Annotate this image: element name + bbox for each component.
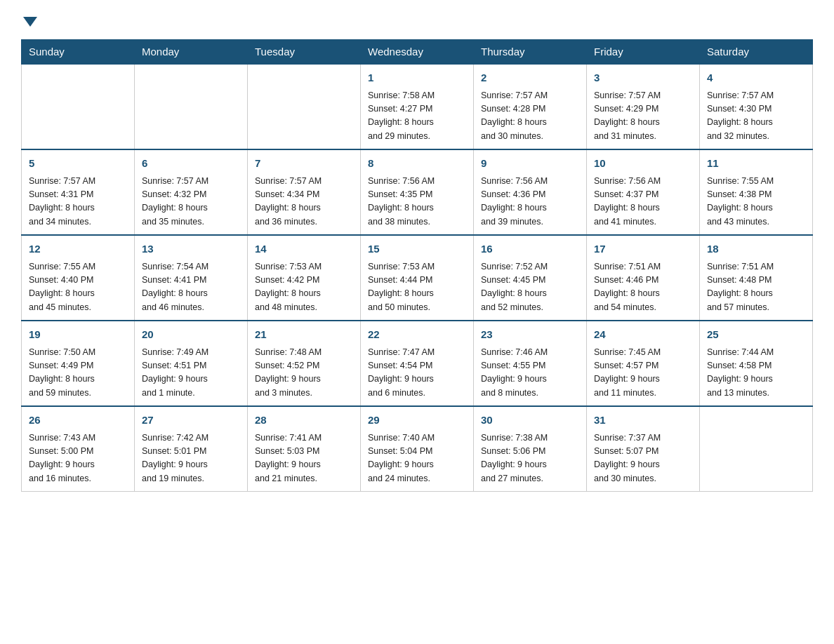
calendar-cell: 10Sunrise: 7:56 AM Sunset: 4:37 PM Dayli… xyxy=(587,149,700,235)
calendar-cell: 20Sunrise: 7:49 AM Sunset: 4:51 PM Dayli… xyxy=(135,321,248,406)
day-info: Sunrise: 7:55 AM Sunset: 4:40 PM Dayligh… xyxy=(29,260,127,315)
calendar-header-saturday: Saturday xyxy=(700,40,813,65)
calendar-header-tuesday: Tuesday xyxy=(248,40,361,65)
day-info: Sunrise: 7:53 AM Sunset: 4:44 PM Dayligh… xyxy=(368,260,466,315)
day-number: 28 xyxy=(255,412,353,429)
day-info: Sunrise: 7:45 AM Sunset: 4:57 PM Dayligh… xyxy=(594,346,692,401)
calendar-cell: 14Sunrise: 7:53 AM Sunset: 4:42 PM Dayli… xyxy=(248,235,361,321)
day-info: Sunrise: 7:57 AM Sunset: 4:32 PM Dayligh… xyxy=(142,175,240,229)
day-info: Sunrise: 7:47 AM Sunset: 4:54 PM Dayligh… xyxy=(368,346,466,401)
calendar-cell: 16Sunrise: 7:52 AM Sunset: 4:45 PM Dayli… xyxy=(474,235,587,321)
day-number: 23 xyxy=(481,327,579,343)
day-info: Sunrise: 7:50 AM Sunset: 4:49 PM Dayligh… xyxy=(29,346,127,401)
day-number: 15 xyxy=(368,241,466,257)
calendar-header-wednesday: Wednesday xyxy=(361,40,474,65)
day-number: 18 xyxy=(707,241,805,257)
day-number: 5 xyxy=(29,156,127,172)
calendar-cell: 12Sunrise: 7:55 AM Sunset: 4:40 PM Dayli… xyxy=(22,235,135,321)
day-number: 30 xyxy=(481,412,579,429)
day-info: Sunrise: 7:57 AM Sunset: 4:31 PM Dayligh… xyxy=(29,175,127,229)
calendar-cell: 24Sunrise: 7:45 AM Sunset: 4:57 PM Dayli… xyxy=(587,321,700,406)
day-number: 4 xyxy=(707,70,805,86)
calendar-header-row: SundayMondayTuesdayWednesdayThursdayFrid… xyxy=(22,40,813,65)
day-info: Sunrise: 7:38 AM Sunset: 5:06 PM Dayligh… xyxy=(481,431,579,486)
day-info: Sunrise: 7:51 AM Sunset: 4:48 PM Dayligh… xyxy=(707,260,805,315)
day-info: Sunrise: 7:40 AM Sunset: 5:04 PM Dayligh… xyxy=(368,431,466,486)
day-number: 27 xyxy=(142,412,240,429)
day-number: 9 xyxy=(481,156,579,172)
day-info: Sunrise: 7:37 AM Sunset: 5:07 PM Dayligh… xyxy=(594,431,692,486)
calendar-cell: 15Sunrise: 7:53 AM Sunset: 4:44 PM Dayli… xyxy=(361,235,474,321)
day-number: 1 xyxy=(368,70,466,86)
day-info: Sunrise: 7:52 AM Sunset: 4:45 PM Dayligh… xyxy=(481,260,579,315)
calendar-header-thursday: Thursday xyxy=(474,40,587,65)
day-info: Sunrise: 7:49 AM Sunset: 4:51 PM Dayligh… xyxy=(142,346,240,401)
calendar-cell: 6Sunrise: 7:57 AM Sunset: 4:32 PM Daylig… xyxy=(135,149,248,235)
day-info: Sunrise: 7:57 AM Sunset: 4:34 PM Dayligh… xyxy=(255,175,353,229)
calendar-table: SundayMondayTuesdayWednesdayThursdayFrid… xyxy=(21,39,813,492)
calendar-header-monday: Monday xyxy=(135,40,248,65)
calendar-week-row: 5Sunrise: 7:57 AM Sunset: 4:31 PM Daylig… xyxy=(22,149,813,235)
day-number: 10 xyxy=(594,156,692,172)
day-info: Sunrise: 7:55 AM Sunset: 4:38 PM Dayligh… xyxy=(707,175,805,229)
day-info: Sunrise: 7:56 AM Sunset: 4:36 PM Dayligh… xyxy=(481,175,579,229)
day-info: Sunrise: 7:42 AM Sunset: 5:01 PM Dayligh… xyxy=(142,431,240,486)
header xyxy=(21,14,813,27)
day-number: 29 xyxy=(368,412,466,429)
calendar-cell xyxy=(22,64,135,149)
calendar-week-row: 1Sunrise: 7:58 AM Sunset: 4:27 PM Daylig… xyxy=(22,64,813,149)
day-number: 6 xyxy=(142,156,240,172)
calendar-cell: 26Sunrise: 7:43 AM Sunset: 5:00 PM Dayli… xyxy=(22,406,135,492)
day-info: Sunrise: 7:46 AM Sunset: 4:55 PM Dayligh… xyxy=(481,346,579,401)
day-number: 24 xyxy=(594,327,692,343)
calendar-cell: 30Sunrise: 7:38 AM Sunset: 5:06 PM Dayli… xyxy=(474,406,587,492)
calendar-cell: 19Sunrise: 7:50 AM Sunset: 4:49 PM Dayli… xyxy=(22,321,135,406)
day-info: Sunrise: 7:48 AM Sunset: 4:52 PM Dayligh… xyxy=(255,346,353,401)
day-info: Sunrise: 7:57 AM Sunset: 4:28 PM Dayligh… xyxy=(481,89,579,144)
calendar-cell: 25Sunrise: 7:44 AM Sunset: 4:58 PM Dayli… xyxy=(700,321,813,406)
calendar-cell: 17Sunrise: 7:51 AM Sunset: 4:46 PM Dayli… xyxy=(587,235,700,321)
calendar-header-sunday: Sunday xyxy=(22,40,135,65)
day-number: 13 xyxy=(142,241,240,257)
day-number: 12 xyxy=(29,241,127,257)
calendar-cell: 23Sunrise: 7:46 AM Sunset: 4:55 PM Dayli… xyxy=(474,321,587,406)
calendar-cell: 27Sunrise: 7:42 AM Sunset: 5:01 PM Dayli… xyxy=(135,406,248,492)
calendar-cell: 18Sunrise: 7:51 AM Sunset: 4:48 PM Dayli… xyxy=(700,235,813,321)
calendar-week-row: 12Sunrise: 7:55 AM Sunset: 4:40 PM Dayli… xyxy=(22,235,813,321)
day-number: 22 xyxy=(368,327,466,343)
calendar-cell: 13Sunrise: 7:54 AM Sunset: 4:41 PM Dayli… xyxy=(135,235,248,321)
logo-arrow-icon xyxy=(23,17,37,27)
calendar-cell: 21Sunrise: 7:48 AM Sunset: 4:52 PM Dayli… xyxy=(248,321,361,406)
calendar-cell: 22Sunrise: 7:47 AM Sunset: 4:54 PM Dayli… xyxy=(361,321,474,406)
day-number: 11 xyxy=(707,156,805,172)
day-info: Sunrise: 7:57 AM Sunset: 4:29 PM Dayligh… xyxy=(594,89,692,144)
day-number: 8 xyxy=(368,156,466,172)
day-info: Sunrise: 7:54 AM Sunset: 4:41 PM Dayligh… xyxy=(142,260,240,315)
calendar-cell: 8Sunrise: 7:56 AM Sunset: 4:35 PM Daylig… xyxy=(361,149,474,235)
day-number: 3 xyxy=(594,70,692,86)
day-number: 26 xyxy=(29,412,127,429)
calendar-cell: 28Sunrise: 7:41 AM Sunset: 5:03 PM Dayli… xyxy=(248,406,361,492)
day-info: Sunrise: 7:41 AM Sunset: 5:03 PM Dayligh… xyxy=(255,431,353,486)
calendar-header-friday: Friday xyxy=(587,40,700,65)
calendar-cell: 3Sunrise: 7:57 AM Sunset: 4:29 PM Daylig… xyxy=(587,64,700,149)
day-info: Sunrise: 7:44 AM Sunset: 4:58 PM Dayligh… xyxy=(707,346,805,401)
calendar-cell xyxy=(135,64,248,149)
day-number: 14 xyxy=(255,241,353,257)
day-number: 2 xyxy=(481,70,579,86)
calendar-cell xyxy=(248,64,361,149)
calendar-cell: 29Sunrise: 7:40 AM Sunset: 5:04 PM Dayli… xyxy=(361,406,474,492)
calendar-week-row: 19Sunrise: 7:50 AM Sunset: 4:49 PM Dayli… xyxy=(22,321,813,406)
calendar-cell: 7Sunrise: 7:57 AM Sunset: 4:34 PM Daylig… xyxy=(248,149,361,235)
day-number: 31 xyxy=(594,412,692,429)
day-number: 25 xyxy=(707,327,805,343)
calendar-cell xyxy=(700,406,813,492)
day-number: 20 xyxy=(142,327,240,343)
calendar-cell: 5Sunrise: 7:57 AM Sunset: 4:31 PM Daylig… xyxy=(22,149,135,235)
calendar-cell: 31Sunrise: 7:37 AM Sunset: 5:07 PM Dayli… xyxy=(587,406,700,492)
day-number: 7 xyxy=(255,156,353,172)
calendar-cell: 1Sunrise: 7:58 AM Sunset: 4:27 PM Daylig… xyxy=(361,64,474,149)
day-number: 17 xyxy=(594,241,692,257)
day-info: Sunrise: 7:56 AM Sunset: 4:37 PM Dayligh… xyxy=(594,175,692,229)
calendar-cell: 9Sunrise: 7:56 AM Sunset: 4:36 PM Daylig… xyxy=(474,149,587,235)
